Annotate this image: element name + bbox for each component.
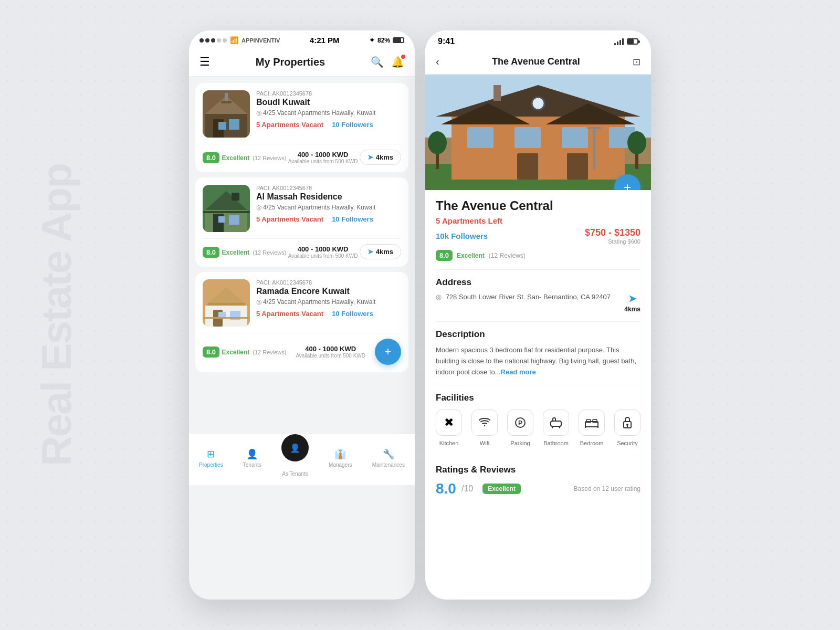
center-fab[interactable]: 👤 xyxy=(281,434,309,461)
based-on-text: Based on 12 user rating xyxy=(574,485,640,492)
svg-rect-15 xyxy=(203,211,250,213)
nav-as-tenants[interactable]: 👤 As Tenants xyxy=(281,439,309,477)
rating-1: 8.0 Excellent (12 Reviews) xyxy=(203,153,286,162)
nav-properties[interactable]: ⊞ Properties xyxy=(199,448,223,468)
nav-managers[interactable]: 👔 Managers xyxy=(329,448,352,468)
svg-rect-14 xyxy=(218,216,225,223)
reviews-2: (12 Reviews) xyxy=(253,249,286,256)
page-title-left: My Properties xyxy=(256,56,325,68)
excellent-1: Excellent xyxy=(222,154,250,162)
property-location-2: ◎ 4/25 Vacant Apartments Hawally, Kuwait xyxy=(256,204,401,211)
wifi-icon xyxy=(471,410,498,436)
bar1 xyxy=(614,43,616,45)
facility-security: Security xyxy=(614,410,640,446)
svg-rect-36 xyxy=(517,153,538,180)
nav-tenants[interactable]: 👤 Tenants xyxy=(243,448,261,468)
back-button[interactable]: ‹ xyxy=(436,56,439,68)
svg-rect-4 xyxy=(229,119,239,130)
card-top-2: PACI: AK0012345678 Al Massah Residence ◎… xyxy=(203,185,401,232)
detail-price-group: $750 - $1350 Stating $600 xyxy=(585,227,640,245)
property-name-1: Boudl Kuwait xyxy=(256,98,401,107)
rating-2: 8.0 Excellent (12 Reviews) xyxy=(203,247,286,257)
hamburger-button[interactable]: ☰ xyxy=(200,55,210,69)
bar3 xyxy=(620,40,621,45)
dot3 xyxy=(211,38,215,43)
location-pin-2: ◎ xyxy=(256,204,261,211)
svg-rect-13 xyxy=(229,215,239,225)
read-more-link[interactable]: Read more xyxy=(501,368,536,376)
status-bar-left: 📶 APPINVENTIV 4:21 PM ✦ 82% xyxy=(189,30,415,48)
rating-3: 8.0 Excellent (12 Reviews) xyxy=(203,347,286,356)
address-row: ◎ 728 South Lower River St. San- Bernard… xyxy=(436,293,640,313)
wifi-icon-left: 📶 xyxy=(230,36,238,44)
property-card-2[interactable]: PACI: AK0012345678 Al Massah Residence ◎… xyxy=(195,177,408,267)
svg-rect-32 xyxy=(467,127,494,148)
signal-dots xyxy=(200,38,227,43)
signal-bars-right xyxy=(614,38,624,45)
detail-followers: 10k Followers xyxy=(436,232,488,240)
wifi-label: Wifi xyxy=(480,440,489,446)
property-name-3: Ramada Encore Kuwait xyxy=(256,287,401,296)
bathroom-label: Bathroom xyxy=(543,440,569,446)
parking-icon: P xyxy=(507,410,533,436)
dot1 xyxy=(200,38,204,43)
svg-rect-7 xyxy=(225,93,228,101)
property-card-1[interactable]: PACI: AK0012345678 Boudl Kuwait ◎ 4/25 V… xyxy=(195,83,408,172)
description-title: Description xyxy=(436,329,640,340)
facility-bedroom: Bedroom xyxy=(579,410,605,446)
detail-price: $750 - $1350 xyxy=(585,227,640,238)
security-label: Security xyxy=(617,440,638,446)
card-top-1: PACI: AK0012345678 Boudl Kuwait ◎ 4/25 V… xyxy=(203,90,401,138)
property-card-3[interactable]: PACI: AK0012345678 Ramada Encore Kuwait … xyxy=(195,272,408,372)
vacant-2: 5 Apartments Vacant xyxy=(256,215,323,223)
search-button[interactable]: 🔍 xyxy=(371,56,384,68)
battery-text: 82% xyxy=(377,37,390,44)
ratings-title: Ratings & Reviews xyxy=(436,465,640,475)
card-bottom-2: 8.0 Excellent (12 Reviews) 400 - 1000 KW… xyxy=(203,238,401,259)
svg-text:P: P xyxy=(518,419,522,427)
property-location-3: ◎ 4/25 Vacant Apartments Hawally, Kuwait xyxy=(256,298,401,306)
detail-body: The Avenue Central 5 Apartments Left 10k… xyxy=(425,190,651,506)
status-left-group: 📶 APPINVENTIV xyxy=(200,36,280,44)
dot2 xyxy=(205,38,209,43)
detail-page-title: The Avenue Central xyxy=(492,56,580,67)
screens-container: 📶 APPINVENTIV 4:21 PM ✦ 82% ☰ My Propert… xyxy=(189,30,651,600)
add-fab-button[interactable]: + xyxy=(375,339,401,365)
svg-rect-33 xyxy=(514,127,541,148)
share-button[interactable]: ⊡ xyxy=(633,56,640,68)
property-hero: + xyxy=(425,75,651,190)
tenants-icon: 👤 xyxy=(246,448,258,460)
property-stats-3: 5 Apartments Vacant 10 Followers xyxy=(256,310,401,318)
distance-btn-2[interactable]: ➤ 4kms xyxy=(360,244,401,259)
score-1: 8.0 xyxy=(203,152,219,163)
svg-rect-6 xyxy=(221,101,232,103)
followers-2: 10 Followers xyxy=(332,215,373,223)
excellent-2: Excellent xyxy=(222,249,250,256)
paci-3: PACI: AK0012345678 xyxy=(256,279,401,286)
detail-followers-row: 10k Followers $750 - $1350 Stating $600 xyxy=(436,227,640,245)
card-bottom-1: 8.0 Excellent (12 Reviews) 400 - 1000 KW… xyxy=(203,144,401,165)
bedroom-label: Bedroom xyxy=(580,440,604,446)
property-stats-1: 5 Apartments Vacant 10 Followers xyxy=(256,121,401,129)
svg-rect-23 xyxy=(203,317,250,319)
address-title: Address xyxy=(436,277,640,288)
distance-btn-1[interactable]: ➤ 4kms xyxy=(360,150,401,165)
detail-excellent: Excellent xyxy=(457,252,485,259)
direction-icon-right: ➤ xyxy=(628,293,636,304)
bell-button[interactable]: 🔔 xyxy=(391,56,404,68)
as-tenants-icon: 👤 xyxy=(290,443,300,453)
battery-icon-left xyxy=(393,37,404,43)
property-info-3: PACI: AK0012345678 Ramada Encore Kuwait … xyxy=(256,279,401,327)
svg-rect-39 xyxy=(587,127,602,129)
nav-maintenances[interactable]: 🔧 Maintenances xyxy=(372,448,405,468)
paci-2: PACI: AK0012345678 xyxy=(256,185,401,191)
property-thumb-3 xyxy=(203,279,250,327)
location-pin-1: ◎ xyxy=(256,109,261,117)
dot4 xyxy=(217,38,221,43)
divider-4 xyxy=(436,457,640,457)
price-1: 400 - 1000 KWD Available units from 500 … xyxy=(288,151,358,164)
svg-rect-37 xyxy=(567,153,588,180)
detail-reviews: (12 Reviews) xyxy=(489,252,526,259)
managers-nav-label: Managers xyxy=(329,462,352,468)
svg-rect-17 xyxy=(205,306,247,327)
